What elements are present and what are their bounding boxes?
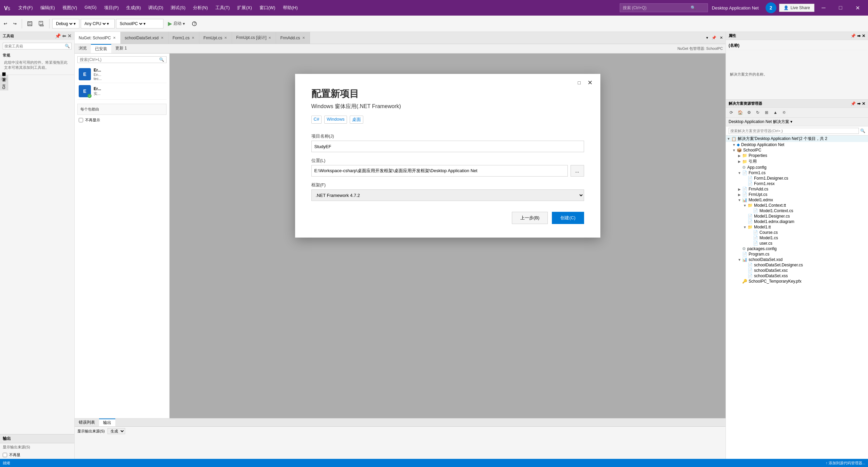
tree-temporarykey[interactable]: 🔑 SchoolPC_TemporaryKey.pfx bbox=[726, 279, 868, 284]
tab-form1-close[interactable]: ✕ bbox=[191, 36, 195, 40]
tree-properties[interactable]: ▶ 📁 Properties bbox=[726, 153, 868, 158]
tree-references[interactable]: ▶ 📁 引用 bbox=[726, 158, 868, 165]
toolbox-pin-btn[interactable]: 📌 bbox=[55, 33, 61, 39]
minimize-button[interactable]: ─ bbox=[816, 0, 831, 16]
package-item-2[interactable]: E ✓ Er... 实... bbox=[77, 83, 167, 100]
tab-form1[interactable]: Form1.cs ✕ bbox=[169, 32, 199, 44]
tab-close-all-btn[interactable]: ✕ bbox=[718, 35, 724, 41]
add-to-source-control[interactable]: ↑ 添加到源代码管理器... bbox=[826, 461, 865, 466]
tree-solution-root[interactable]: ▼ 📋 解决方案'Desktop Application Net'(2 个项目，… bbox=[726, 136, 868, 142]
location-input[interactable] bbox=[311, 165, 568, 177]
tab-frmuptdesign-close[interactable]: ✕ bbox=[268, 36, 272, 40]
platform-dropdown[interactable]: Any CPU ▾ bbox=[81, 19, 115, 28]
nuget-search-box[interactable]: 🔍 bbox=[77, 56, 167, 63]
project-name-input[interactable] bbox=[311, 141, 584, 152]
package-item-1[interactable]: E Er... En... tec... bbox=[77, 66, 167, 83]
tab-frmuptdesign[interactable]: FrmUpt.cs [设计] ✕ bbox=[232, 32, 276, 44]
se-pin[interactable]: 📌 bbox=[851, 101, 856, 106]
toolbar-save-all[interactable] bbox=[36, 19, 46, 28]
start-project-select[interactable]: SchoolPC bbox=[118, 21, 143, 26]
menu-file[interactable]: 文件(F) bbox=[15, 3, 36, 12]
start-project-dropdown[interactable]: SchoolPC ▾ bbox=[116, 19, 163, 28]
sidebar-git-changes[interactable]: Git更改 bbox=[1, 83, 7, 90]
back-btn[interactable]: 上一步(B) bbox=[512, 212, 548, 224]
toolbar-extras[interactable]: ? bbox=[189, 19, 199, 28]
tab-frmupt[interactable]: FrmUpt.cs ✕ bbox=[199, 32, 232, 44]
dialog-maximize-btn[interactable]: □ bbox=[575, 78, 584, 87]
properties-close[interactable]: ✕ bbox=[862, 34, 865, 38]
tree-usercs[interactable]: 📄 user.cs bbox=[726, 241, 868, 246]
tab-nuget-close[interactable]: ✕ bbox=[112, 36, 116, 40]
subtab-installed[interactable]: 已安装 bbox=[91, 44, 111, 53]
dialog-close-btn[interactable]: ✕ bbox=[585, 78, 595, 87]
toolbox-close-btn[interactable]: ✕ bbox=[67, 33, 72, 39]
tab-overflow-btn[interactable]: ▾ bbox=[705, 35, 710, 41]
dont-show-checkbox[interactable] bbox=[79, 118, 83, 122]
menu-view[interactable]: 视图(V) bbox=[59, 3, 80, 12]
tab-frmupt-close[interactable]: ✕ bbox=[224, 36, 228, 40]
menu-project[interactable]: 项目(P) bbox=[101, 3, 122, 12]
tree-project-dan[interactable]: ▼ ◆ Desktop Application Net bbox=[726, 142, 868, 147]
tree-model1designercs[interactable]: 📄 Model1.Designer.cs bbox=[726, 214, 868, 219]
no-repeat-checkbox[interactable] bbox=[3, 453, 7, 457]
se-close[interactable]: ✕ bbox=[862, 101, 865, 106]
tree-project-schoolpc[interactable]: ▼ 📦 SchoolPC bbox=[726, 147, 868, 153]
platform-select[interactable]: Any CPU bbox=[83, 21, 107, 26]
debug-mode-dropdown[interactable]: Debug ▾ bbox=[52, 19, 79, 28]
tree-appconfig[interactable]: ⚙ App.config bbox=[726, 165, 868, 170]
maximize-button[interactable]: □ bbox=[833, 0, 848, 16]
tree-form1resx[interactable]: 📄 Form1.resx bbox=[726, 181, 868, 186]
tree-schooldatasetxsc[interactable]: 📄 schoolDataSet.xsc bbox=[726, 268, 868, 273]
nuget-search-input[interactable] bbox=[80, 57, 159, 62]
create-btn[interactable]: 创建(C) bbox=[552, 212, 584, 224]
se-refresh-btn[interactable]: ↻ bbox=[754, 108, 762, 117]
toolbox-search-input[interactable] bbox=[4, 44, 65, 48]
tab-pin-btn[interactable]: 📌 bbox=[710, 35, 718, 41]
toolbar-undo[interactable]: ↩ bbox=[1, 20, 9, 28]
tree-coursecs[interactable]: 📄 Course.cs bbox=[726, 230, 868, 235]
menu-test[interactable]: 测试(S) bbox=[167, 3, 189, 12]
properties-autohide[interactable]: ➡ bbox=[857, 34, 861, 38]
tab-schooldataset-close[interactable]: ✕ bbox=[160, 36, 164, 40]
menu-debug[interactable]: 调试(D) bbox=[145, 3, 167, 12]
tree-model1contextcs[interactable]: 📄 Model1.Context.cs bbox=[726, 208, 868, 214]
solution-search-input[interactable] bbox=[729, 128, 859, 134]
search-input[interactable] bbox=[623, 5, 691, 10]
menu-edit[interactable]: 编辑(E) bbox=[37, 3, 58, 12]
tree-programcs[interactable]: 📄 Program.cs bbox=[726, 251, 868, 257]
tree-model1diagram[interactable]: 📄 Model1.edmx.diagram bbox=[726, 219, 868, 224]
tree-frmadd[interactable]: ▶ 📄 FrmAdd.cs bbox=[726, 186, 868, 192]
menu-build[interactable]: 生成(B) bbox=[123, 3, 144, 12]
sidebar-server-explorer[interactable]: 服务器资源管理器 bbox=[1, 78, 7, 80]
se-props-btn[interactable]: ⚙ bbox=[745, 108, 753, 117]
tree-model1tt[interactable]: ▼ 📁 Model1.tt bbox=[726, 224, 868, 230]
menu-git[interactable]: Git(G) bbox=[81, 3, 100, 12]
tab-frmadd-close[interactable]: ✕ bbox=[302, 36, 306, 40]
toolbar-redo[interactable]: ↪ bbox=[11, 20, 19, 28]
run-button[interactable]: ▶ 启动 ▾ bbox=[165, 19, 188, 28]
tree-model1contexttt[interactable]: ▼ 📁 Model1.Context.tt bbox=[726, 203, 868, 208]
close-button[interactable]: ✕ bbox=[850, 0, 865, 16]
properties-pin[interactable]: 📌 bbox=[851, 34, 856, 38]
framework-select[interactable]: .NET Framework 4.7.2 bbox=[311, 189, 584, 201]
se-settings-btn[interactable]: ⛭ bbox=[780, 108, 788, 117]
se-collapse-btn[interactable]: ▲ bbox=[771, 108, 779, 117]
menu-window[interactable]: 窗口(W) bbox=[256, 3, 279, 12]
toolbar-save[interactable] bbox=[25, 19, 35, 28]
tree-packagesconfig[interactable]: ⚙ packages.config bbox=[726, 246, 868, 251]
tree-model1edmx[interactable]: ▼ 📊 Model1.edmx bbox=[726, 197, 868, 203]
tree-schooldatasetxss[interactable]: 📄 schoolDataSet.xss bbox=[726, 273, 868, 279]
tree-schooldataset[interactable]: ▼ 📊 schoolDataSet.xsd bbox=[726, 257, 868, 262]
se-filter-btn[interactable]: ⊞ bbox=[763, 108, 771, 117]
menu-tools[interactable]: 工具(T) bbox=[212, 3, 233, 12]
tab-schooldataset[interactable]: schoolDataSet.xsd ✕ bbox=[121, 32, 169, 44]
browse-btn[interactable]: ... bbox=[571, 165, 584, 177]
tree-form1designer[interactable]: 📄 Form1.Designer.cs bbox=[726, 176, 868, 181]
user-avatar[interactable]: 2 bbox=[766, 2, 776, 13]
tree-schooldatasetdesigner[interactable]: 📄 schoolDataSet.Designer.cs bbox=[726, 262, 868, 268]
live-share-button[interactable]: 👤 Live Share bbox=[779, 4, 814, 12]
output-source-select[interactable]: 生成 bbox=[108, 428, 125, 434]
menu-analyze[interactable]: 分析(N) bbox=[190, 3, 211, 12]
menu-help[interactable]: 帮助(H) bbox=[279, 3, 301, 12]
tree-frmupt[interactable]: ▶ 📄 FrmUpt.cs bbox=[726, 192, 868, 197]
